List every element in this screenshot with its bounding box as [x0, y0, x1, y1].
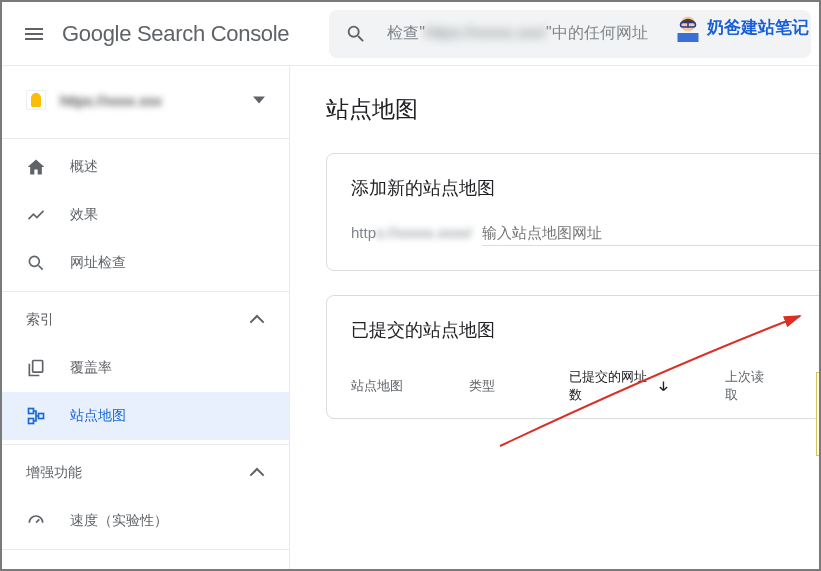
- main-content: 站点地图 添加新的站点地图 https://xxxxx.xxxx/ 已提交的站点…: [290, 66, 819, 569]
- arrow-down-icon: [658, 380, 669, 392]
- add-sitemap-card: 添加新的站点地图 https://xxxxx.xxxx/: [326, 153, 819, 271]
- nav-overview[interactable]: 概述: [2, 143, 289, 191]
- nav-label: 速度（实验性）: [70, 512, 168, 530]
- nav-performance[interactable]: 效果: [2, 191, 289, 239]
- col-type[interactable]: 类型: [469, 368, 514, 404]
- chevron-up-icon: [249, 312, 265, 328]
- card-title: 已提交的站点地图: [327, 296, 819, 354]
- sitemap-icon: [26, 406, 46, 426]
- table-header: 站点地图 类型 已提交的网址数 上次读取: [327, 354, 819, 418]
- search-icon: [345, 23, 367, 45]
- submitted-sitemaps-card: 已提交的站点地图 站点地图 类型 已提交的网址数 上次读取: [326, 295, 819, 419]
- chart-icon: [26, 205, 46, 225]
- nav-label: 覆盖率: [70, 359, 112, 377]
- page-title: 站点地图: [326, 94, 819, 125]
- sitemap-url-input[interactable]: [482, 220, 819, 246]
- nav-coverage[interactable]: 覆盖率: [2, 344, 289, 392]
- section-index[interactable]: 索引: [2, 296, 289, 344]
- magnifier-icon: [26, 253, 46, 273]
- section-label: 索引: [26, 311, 249, 329]
- nav-label: 网址检查: [70, 254, 126, 272]
- search-placeholder: 检查"https://xxxxx.xxx/"中的任何网址: [387, 23, 647, 44]
- property-favicon: [26, 90, 46, 110]
- home-icon: [26, 157, 46, 177]
- copy-icon: [26, 358, 46, 378]
- svg-point-4: [29, 256, 39, 266]
- nav-sitemaps[interactable]: 站点地图: [2, 392, 289, 440]
- nav-label: 效果: [70, 206, 98, 224]
- nav-label: 概述: [70, 158, 98, 176]
- svg-rect-6: [29, 409, 34, 414]
- col-sitemap[interactable]: 站点地图: [351, 368, 413, 404]
- sidebar: https://xxxx.xxx 概述 效果 网址检查 索引 覆盖率 站点地图: [2, 66, 290, 569]
- card-title: 添加新的站点地图: [327, 154, 819, 212]
- section-enhance[interactable]: 增强功能: [2, 449, 289, 497]
- speed-icon: [26, 511, 46, 531]
- svg-rect-5: [33, 361, 43, 373]
- chevron-up-icon: [249, 465, 265, 481]
- search-input[interactable]: 检查"https://xxxxx.xxx/"中的任何网址: [329, 10, 811, 58]
- logo: Google Search Console: [62, 21, 289, 47]
- annotation-callout: 在这里提交sitemap地址。: [816, 372, 819, 456]
- property-text: https://xxxx.xxx: [60, 92, 253, 109]
- section-security[interactable]: 安全问题和手动操作: [2, 554, 289, 569]
- section-label: 增强功能: [26, 464, 249, 482]
- col-last-read[interactable]: 上次读取: [725, 368, 765, 404]
- svg-rect-7: [29, 419, 34, 424]
- nav-speed[interactable]: 速度（实验性）: [2, 497, 289, 545]
- dropdown-icon: [253, 94, 265, 106]
- property-selector[interactable]: https://xxxx.xxx: [2, 66, 289, 134]
- col-submitted[interactable]: 已提交的网址数: [569, 368, 669, 404]
- nav-url-inspect[interactable]: 网址检查: [2, 239, 289, 287]
- svg-rect-8: [39, 414, 44, 419]
- menu-icon[interactable]: [10, 10, 58, 58]
- nav-label: 站点地图: [70, 407, 126, 425]
- url-prefix: https://xxxxx.xxxx/: [351, 224, 472, 241]
